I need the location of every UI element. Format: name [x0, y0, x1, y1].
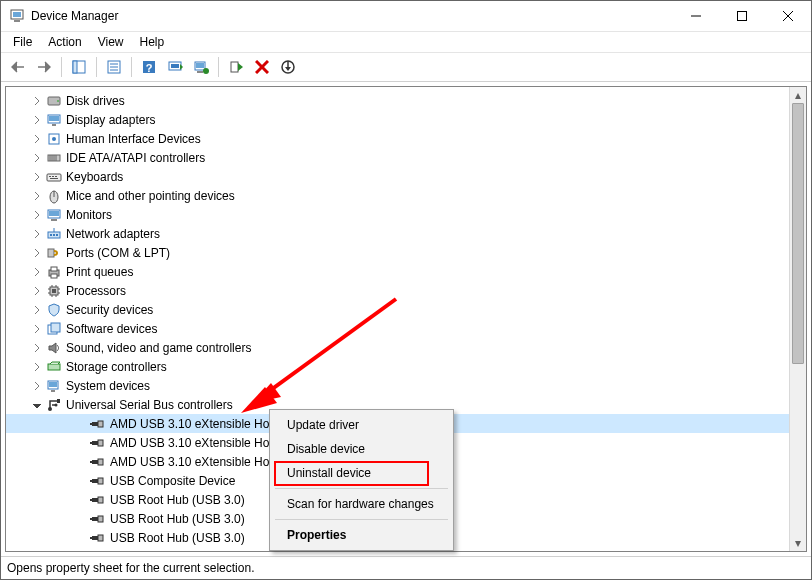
- minimize-button[interactable]: [673, 1, 719, 31]
- ports-icon: [46, 245, 62, 261]
- svg-rect-83: [90, 461, 92, 463]
- tree-item-keyboard[interactable]: Keyboards: [6, 167, 790, 186]
- show-hide-tree-button[interactable]: [67, 55, 91, 79]
- svg-rect-79: [98, 440, 103, 446]
- svg-rect-75: [92, 422, 98, 426]
- ide-icon: [46, 150, 62, 166]
- tree-item-label: USB Root Hub (USB 3.0): [110, 531, 251, 545]
- svg-rect-87: [92, 498, 98, 502]
- ctx-update-driver[interactable]: Update driver: [273, 413, 450, 437]
- usb-cat-icon: [46, 397, 62, 413]
- scroll-down-icon[interactable]: ▾: [790, 535, 806, 551]
- svg-rect-46: [51, 219, 57, 221]
- svg-rect-29: [52, 124, 56, 126]
- monitor-icon: [46, 207, 62, 223]
- tree-item-ports[interactable]: Ports (COM & LPT): [6, 243, 790, 262]
- app-icon: [9, 8, 25, 24]
- tree-item-disk[interactable]: Disk drives: [6, 91, 790, 110]
- tree-item-software[interactable]: Software devices: [6, 319, 790, 338]
- menu-help[interactable]: Help: [132, 33, 173, 51]
- tree-item-network[interactable]: Network adapters: [6, 224, 790, 243]
- disable-button[interactable]: [276, 55, 300, 79]
- tree-item-label: Mice and other pointing devices: [66, 189, 241, 203]
- no-expander-icon: [74, 436, 88, 450]
- svg-rect-50: [56, 234, 58, 236]
- expand-icon[interactable]: [30, 170, 44, 184]
- menu-action[interactable]: Action: [40, 33, 89, 51]
- expand-icon[interactable]: [30, 94, 44, 108]
- tree-item-print[interactable]: Print queues: [6, 262, 790, 281]
- expand-icon[interactable]: [30, 322, 44, 336]
- svg-rect-93: [92, 536, 98, 540]
- svg-line-5: [783, 11, 793, 21]
- expand-icon[interactable]: [30, 113, 44, 127]
- scan-button[interactable]: [163, 55, 187, 79]
- tree-item-label: Ports (COM & LPT): [66, 246, 176, 260]
- svg-point-20: [203, 68, 209, 74]
- storage-icon: [46, 359, 62, 375]
- properties-button[interactable]: [102, 55, 126, 79]
- expand-icon[interactable]: [30, 246, 44, 260]
- expand-icon[interactable]: [30, 265, 44, 279]
- tree-item-label: System devices: [66, 379, 156, 393]
- no-expander-icon: [74, 417, 88, 431]
- expand-icon[interactable]: [30, 132, 44, 146]
- tree-item-label: IDE ATA/ATAPI controllers: [66, 151, 211, 165]
- help-button[interactable]: ?: [137, 55, 161, 79]
- tree-item-label: Disk drives: [66, 94, 131, 108]
- update-driver-button[interactable]: [189, 55, 213, 79]
- tree-item-mouse[interactable]: Mice and other pointing devices: [6, 186, 790, 205]
- tree-item-sound[interactable]: Sound, video and game controllers: [6, 338, 790, 357]
- menu-view[interactable]: View: [90, 33, 132, 51]
- expand-icon[interactable]: [30, 151, 44, 165]
- expand-icon[interactable]: [30, 189, 44, 203]
- svg-rect-39: [52, 176, 54, 177]
- statusbar: Opens property sheet for the current sel…: [1, 556, 811, 579]
- expand-icon[interactable]: [30, 360, 44, 374]
- maximize-button[interactable]: [719, 1, 765, 31]
- sound-icon: [46, 340, 62, 356]
- tree-item-display[interactable]: Display adapters: [6, 110, 790, 129]
- expand-icon[interactable]: [30, 341, 44, 355]
- uninstall-button[interactable]: [250, 55, 274, 79]
- svg-rect-85: [98, 478, 103, 484]
- usb-dev-icon: [90, 435, 106, 451]
- tree-item-cpu[interactable]: Processors: [6, 281, 790, 300]
- expand-icon[interactable]: [30, 227, 44, 241]
- tree-item-monitor[interactable]: Monitors: [6, 205, 790, 224]
- collapse-icon[interactable]: [30, 398, 44, 412]
- tree-item-security[interactable]: Security devices: [6, 300, 790, 319]
- enable-button[interactable]: [224, 55, 248, 79]
- svg-rect-78: [92, 441, 98, 445]
- svg-point-31: [52, 137, 56, 141]
- ctx-properties[interactable]: Properties: [273, 523, 450, 547]
- menu-file[interactable]: File: [5, 33, 40, 51]
- tree-item-storage[interactable]: Storage controllers: [6, 357, 790, 376]
- ctx-disable-device[interactable]: Disable device: [273, 437, 450, 461]
- vertical-scrollbar[interactable]: ▴ ▾: [789, 87, 806, 551]
- tree-item-ide[interactable]: IDE ATA/ATAPI controllers: [6, 148, 790, 167]
- toolbar: ?: [1, 52, 811, 82]
- ctx-scan-for-hardware-changes[interactable]: Scan for hardware changes: [273, 492, 450, 516]
- svg-rect-84: [92, 479, 98, 483]
- ctx-uninstall-device[interactable]: Uninstall device: [273, 461, 450, 485]
- expand-icon[interactable]: [30, 284, 44, 298]
- scroll-up-icon[interactable]: ▴: [790, 87, 806, 103]
- close-button[interactable]: [765, 1, 811, 31]
- tree-item-hid[interactable]: Human Interface Devices: [6, 129, 790, 148]
- expand-icon[interactable]: [30, 379, 44, 393]
- expand-icon[interactable]: [30, 208, 44, 222]
- no-expander-icon: [74, 474, 88, 488]
- tree-item-label: Network adapters: [66, 227, 166, 241]
- menu-separator: [275, 519, 448, 520]
- svg-point-74: [55, 403, 58, 406]
- network-icon: [46, 226, 62, 242]
- svg-rect-57: [52, 289, 56, 293]
- scroll-thumb[interactable]: [792, 103, 804, 364]
- tree-item-system[interactable]: System devices: [6, 376, 790, 395]
- forward-button[interactable]: [32, 55, 56, 79]
- svg-rect-88: [98, 497, 103, 503]
- expand-icon[interactable]: [30, 303, 44, 317]
- back-button[interactable]: [6, 55, 30, 79]
- usb-dev-icon: [90, 530, 106, 546]
